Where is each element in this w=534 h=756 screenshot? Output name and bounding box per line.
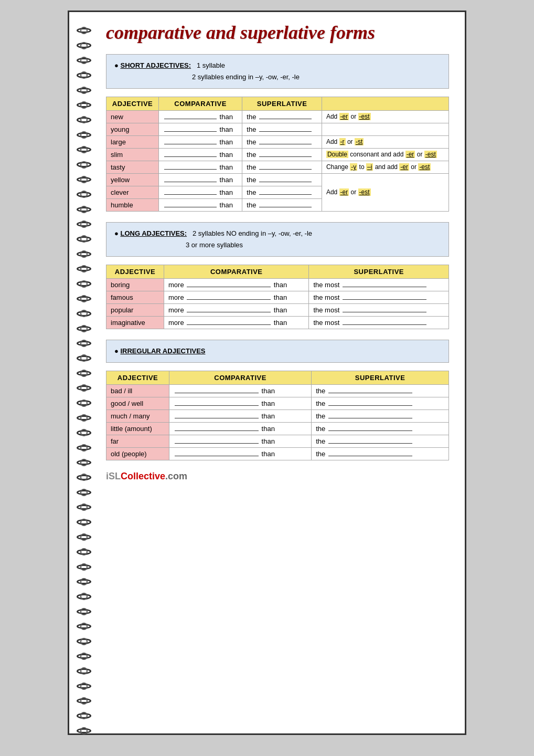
spiral-ring <box>77 296 91 301</box>
spiral-ring <box>77 311 91 316</box>
adj-cell: much / many <box>106 410 169 423</box>
table2-header-comp: COMPARATIVE <box>164 265 309 278</box>
comp-cell: than <box>169 423 312 435</box>
spiral-ring <box>77 638 91 644</box>
comp-cell: than <box>159 148 242 161</box>
super-cell: the most <box>309 278 449 291</box>
short-adj-table: ADJECTIVE COMPARATIVE SUPERLATIVE new th… <box>106 97 449 212</box>
spiral-ring <box>77 385 91 391</box>
table-row: yellow than the Add -er or -est <box>106 173 449 186</box>
adj-cell: famous <box>106 291 164 303</box>
spiral-ring <box>77 58 91 63</box>
adj-cell: imaginative <box>106 316 164 329</box>
spiral-ring <box>77 117 91 122</box>
spiral-ring <box>77 281 91 286</box>
long-adj-label: LONG ADJECTIVES: <box>120 229 187 237</box>
spiral-ring <box>77 624 91 629</box>
spiral-ring <box>77 684 91 689</box>
table-row: old (people) than the <box>106 448 449 460</box>
watermark-col: Collective <box>121 471 165 481</box>
comp-cell: than <box>169 448 312 460</box>
comp-cell: than <box>159 173 242 186</box>
super-cell: the <box>242 135 322 148</box>
comp-cell: than <box>159 110 242 123</box>
super-cell: the most <box>309 291 449 303</box>
spiral-ring <box>77 490 91 495</box>
spiral-ring <box>77 713 91 718</box>
spiral-ring <box>77 355 91 361</box>
table-row: new than the Add -er or -est <box>106 110 449 123</box>
adj-cell: slim <box>106 148 159 161</box>
spiral-ring <box>77 371 91 376</box>
adj-cell: boring <box>106 278 164 291</box>
table-row: imaginative more than the most <box>106 316 449 329</box>
spiral-ring <box>77 445 91 450</box>
table1-header-adj: ADJECTIVE <box>106 97 159 110</box>
table-row: boring more than the most <box>106 278 449 291</box>
table-row: little (amount) than the <box>106 423 449 435</box>
long-adj-table: ADJECTIVE COMPARATIVE SUPERLATIVE boring… <box>106 265 449 329</box>
spiral-ring <box>77 326 91 331</box>
super-cell: the <box>242 123 322 135</box>
spiral-ring <box>77 728 91 733</box>
adj-cell: tasty <box>106 161 159 173</box>
table1-header-super: SUPERLATIVE <box>242 97 322 110</box>
table-row: tasty than the Change -y to –i and add -… <box>106 161 449 173</box>
table1-header-rule <box>322 97 448 110</box>
spiral-ring <box>77 192 91 197</box>
spiral-ring <box>77 177 91 182</box>
spiral-ring <box>77 266 91 271</box>
spiral-ring <box>77 475 91 480</box>
table-row: good / well than the <box>106 397 449 410</box>
table3-header-comp: COMPARATIVE <box>169 371 312 385</box>
long-adj-line1: 2 syllables NO ending in –y, -ow, -er, -… <box>193 229 312 237</box>
spiral-ring <box>77 88 91 93</box>
rule-cell <box>322 123 448 135</box>
comp-cell: than <box>159 198 242 211</box>
comp-cell: than <box>159 186 242 198</box>
adj-cell: new <box>106 110 159 123</box>
comp-cell: more than <box>164 316 309 329</box>
spiral-ring <box>77 609 91 614</box>
adj-cell: yellow <box>106 173 159 186</box>
table2-header-super: SUPERLATIVE <box>309 265 449 278</box>
spiral-ring <box>77 222 91 227</box>
rule-cell: Add -er or -est <box>322 173 448 211</box>
table-row: far than the <box>106 435 449 448</box>
rule-cell: Add -er or -est <box>322 110 448 123</box>
comp-cell: than <box>159 161 242 173</box>
spiral-ring <box>77 147 91 152</box>
watermark: iSLCollective.com <box>106 471 449 482</box>
comp-cell: more than <box>164 278 309 291</box>
watermark-isl: iSL <box>106 471 121 481</box>
adj-cell: old (people) <box>106 448 169 460</box>
adj-cell: humble <box>106 198 159 211</box>
long-adj-line2: 3 or more syllables <box>114 241 243 249</box>
super-cell: the <box>242 161 322 173</box>
adj-cell: large <box>106 135 159 148</box>
spiral-binding <box>69 12 98 733</box>
spiral-ring <box>77 207 91 212</box>
adj-cell: bad / ill <box>106 385 169 397</box>
adj-cell: good / well <box>106 397 169 410</box>
irreg-adj-table: ADJECTIVE COMPARATIVE SUPERLATIVE bad / … <box>106 371 449 460</box>
spiral-ring <box>77 415 91 421</box>
spiral-ring <box>77 668 91 674</box>
comp-cell: more than <box>164 291 309 303</box>
adj-cell: far <box>106 435 169 448</box>
spiral-ring <box>77 341 91 346</box>
spiral-ring <box>77 460 91 465</box>
spiral-ring <box>77 132 91 138</box>
super-cell: the most <box>309 303 449 316</box>
super-cell: the <box>312 397 449 410</box>
irreg-adj-label: IRREGULAR ADJECTIVES <box>120 347 205 355</box>
comp-cell: more than <box>164 303 309 316</box>
table-row: popular more than the most <box>106 303 449 316</box>
comp-cell: than <box>159 123 242 135</box>
watermark-domain: .com <box>165 471 187 481</box>
long-adjectives-info: ● LONG ADJECTIVES: 2 syllables NO ending… <box>106 222 449 257</box>
comp-cell: than <box>169 385 312 397</box>
table-row: famous more than the most <box>106 291 449 303</box>
spiral-ring <box>77 594 91 599</box>
super-cell: the <box>242 110 322 123</box>
